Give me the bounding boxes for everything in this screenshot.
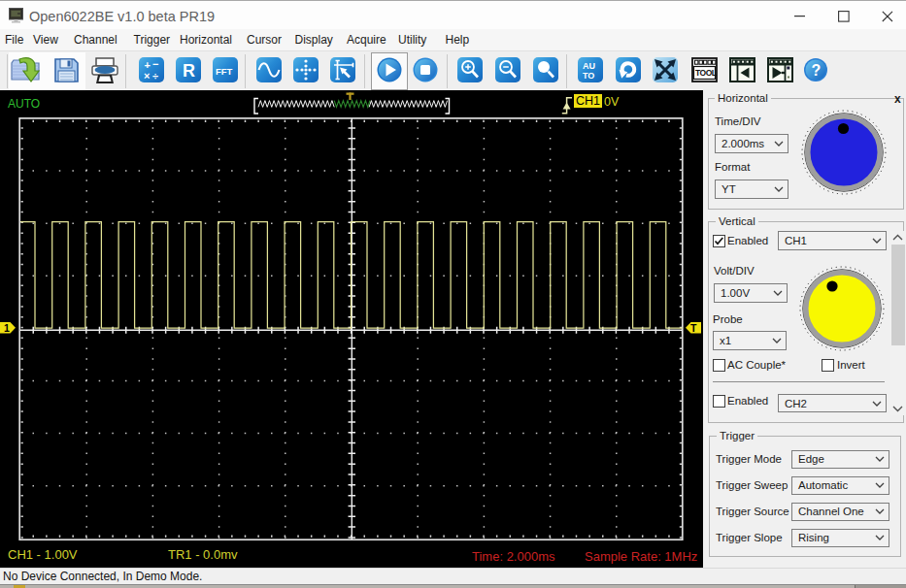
svg-text:?: ? <box>812 62 822 79</box>
svg-text:−: − <box>152 58 158 70</box>
svg-text:÷: ÷ <box>152 70 158 82</box>
svg-text:TOOL: TOOL <box>695 68 717 78</box>
svg-text:AU: AU <box>583 61 595 71</box>
svg-text:1: 1 <box>4 322 10 334</box>
svg-text:TO: TO <box>583 71 594 81</box>
svg-text:×: × <box>144 70 150 82</box>
svg-text:T: T <box>690 322 697 334</box>
svg-text:R: R <box>183 61 195 81</box>
svg-text:FFT: FFT <box>216 66 233 77</box>
